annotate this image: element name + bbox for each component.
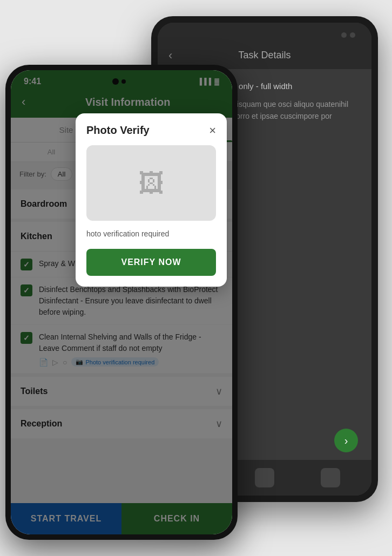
modal-overlay[interactable]: Photo Verify × 🖼 hoto verification requi… xyxy=(11,70,232,534)
modal-description: hoto verification required xyxy=(86,229,216,238)
back-header-title: Task Details xyxy=(238,50,290,61)
back-icon-3 xyxy=(321,468,340,487)
image-placeholder-icon: 🖼 xyxy=(138,168,164,198)
back-camera xyxy=(341,32,355,38)
forward-button[interactable]: › xyxy=(334,429,358,452)
photo-verify-modal: Photo Verify × 🖼 hoto verification requi… xyxy=(76,113,227,287)
verify-now-button[interactable]: VERIFY NOW xyxy=(86,249,216,276)
front-phone: 9:41 ▐▐▐ ▓ ‹ Visit Information Site Task… xyxy=(5,65,238,540)
modal-header: Photo Verify × xyxy=(86,124,216,137)
close-icon[interactable]: × xyxy=(209,125,216,137)
modal-image-placeholder: 🖼 xyxy=(86,145,216,221)
back-arrow-bg[interactable]: ‹ xyxy=(168,49,172,63)
back-icon-2 xyxy=(255,468,274,487)
modal-title: Photo Verify xyxy=(86,124,150,137)
